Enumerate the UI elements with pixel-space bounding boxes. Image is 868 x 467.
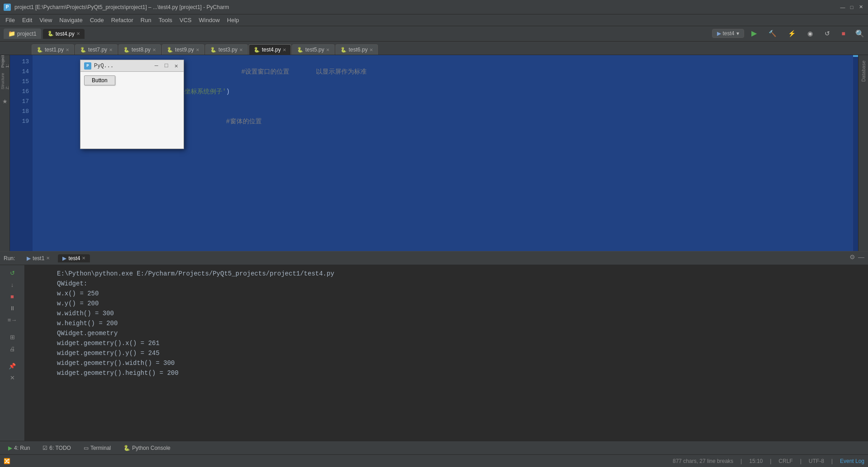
close-run-tab-icon[interactable]: ✕ bbox=[82, 256, 85, 261]
pyqt-titlebar[interactable]: P PyQ... — □ ✕ bbox=[80, 60, 184, 72]
line-ending[interactable]: CRLF bbox=[778, 458, 793, 464]
close-project-tab-icon[interactable]: ✕ bbox=[76, 31, 80, 36]
status-divider: | bbox=[770, 458, 771, 464]
close-file-tab-icon[interactable]: ✕ bbox=[66, 47, 69, 52]
window-controls: — □ ✕ bbox=[839, 4, 864, 11]
run-panel-controls: ↺ ↓ ■ ⏸ ≡→ ⊞ 🖨 📌 ✕ bbox=[0, 265, 25, 441]
file-tab-test4[interactable]: 🐍 test4.py ✕ bbox=[249, 44, 291, 55]
close-file-tab-icon[interactable]: ✕ bbox=[283, 47, 286, 52]
menu-help[interactable]: Help bbox=[223, 16, 243, 24]
line-number: 15 bbox=[10, 77, 33, 87]
stop-button[interactable]: ■ bbox=[837, 29, 850, 38]
file-tab-test1[interactable]: 🐍 test1.py ✕ bbox=[32, 44, 74, 55]
cursor-position: 15:10 bbox=[749, 458, 763, 464]
sidebar-structure-icon[interactable]: Z: Structure bbox=[0, 77, 9, 86]
run-panel-tab[interactable]: ▶ 4: Run bbox=[4, 444, 34, 452]
stop-process-button[interactable]: ■ bbox=[7, 291, 17, 301]
right-sidebar: Database bbox=[858, 55, 868, 251]
rerun-button[interactable]: ↺ bbox=[820, 29, 835, 38]
menu-refactor[interactable]: Refactor bbox=[108, 16, 137, 24]
file-tab-test8[interactable]: 🐍 test8.py ✕ bbox=[118, 44, 161, 55]
menu-view[interactable]: View bbox=[36, 16, 56, 24]
close-file-tab-icon[interactable]: ✕ bbox=[196, 47, 199, 52]
project-tab-test4[interactable]: 🐍 test4.py ✕ bbox=[43, 29, 85, 39]
close-file-tab-icon[interactable]: ✕ bbox=[369, 47, 373, 52]
output-line-4: w.y() = 200 bbox=[57, 299, 861, 308]
menu-edit[interactable]: Edit bbox=[19, 16, 36, 24]
error-indicator bbox=[853, 55, 858, 57]
run-tab-test1[interactable]: ▶ test1 ✕ bbox=[22, 254, 54, 262]
minimize-button[interactable]: — bbox=[839, 4, 846, 11]
line-numbers: 13 14 15 16 17 18 19 bbox=[10, 55, 33, 251]
editor-right-gutter bbox=[853, 55, 858, 251]
line-number: 17 bbox=[10, 97, 33, 107]
profile-button[interactable]: ⚡ bbox=[783, 29, 800, 38]
close-run-tab-icon[interactable]: ✕ bbox=[46, 256, 50, 261]
settings-icon[interactable]: ⚙ bbox=[849, 253, 855, 261]
close-file-tab-icon[interactable]: ✕ bbox=[326, 47, 330, 52]
minimize-panel-icon[interactable]: — bbox=[858, 253, 864, 261]
python-console-tab[interactable]: 🐍 Python Console bbox=[119, 444, 175, 452]
file-tabs: 🐍 test1.py ✕ 🐍 test7.py ✕ 🐍 test8.py ✕ 🐍… bbox=[0, 42, 868, 55]
file-tab-test5[interactable]: 🐍 test5.py ✕ bbox=[292, 44, 335, 55]
python-file-icon: 🐍 bbox=[297, 47, 303, 53]
output-line-6: w.height() = 200 bbox=[57, 318, 861, 328]
run-tab-test4[interactable]: ▶ test4 ✕ bbox=[58, 254, 90, 262]
menu-file[interactable]: File bbox=[2, 16, 19, 24]
maximize-button[interactable]: □ bbox=[848, 4, 855, 11]
file-tab-test7[interactable]: 🐍 test7.py ✕ bbox=[75, 44, 118, 55]
scroll-to-end-button[interactable]: ↓ bbox=[7, 280, 17, 290]
menu-vcs[interactable]: VCS bbox=[176, 16, 195, 24]
pyqt-close-button[interactable]: ✕ bbox=[173, 62, 180, 70]
code-content-area[interactable]: 13 14 15 16 17 18 19 widget.move(250, 20… bbox=[10, 55, 858, 251]
python-file-icon: 🐍 bbox=[254, 47, 260, 53]
file-tab-test6[interactable]: 🐍 test6.py ✕ bbox=[335, 44, 378, 55]
pause-button[interactable]: ⏸ bbox=[7, 303, 17, 313]
file-tab-test9[interactable]: 🐍 test9.py ✕ bbox=[162, 44, 204, 55]
git-icon: 🔀 bbox=[4, 458, 10, 464]
sidebar-project-icon[interactable]: 1: Project bbox=[0, 57, 9, 66]
run-config-dropdown[interactable]: ▶ test4 ▾ bbox=[712, 29, 744, 38]
coverage-button[interactable]: ◉ bbox=[803, 29, 817, 38]
python-console-icon: 🐍 bbox=[123, 445, 130, 451]
close-file-tab-icon[interactable]: ✕ bbox=[152, 47, 156, 52]
close-file-tab-icon[interactable]: ✕ bbox=[239, 47, 243, 52]
menu-window[interactable]: Window bbox=[195, 16, 223, 24]
rerun-button[interactable]: ↺ bbox=[7, 268, 17, 278]
search-everywhere-button[interactable]: 🔍 bbox=[855, 29, 864, 38]
event-log[interactable]: Event Log bbox=[840, 458, 864, 464]
run-config-chevron: ▾ bbox=[736, 30, 739, 37]
run-button[interactable]: ▶ bbox=[747, 28, 761, 38]
close-button[interactable]: ✕ bbox=[857, 4, 864, 11]
project-tab-label: project1 bbox=[17, 31, 37, 37]
run-tab-icon: ▶ bbox=[8, 445, 12, 451]
terminal-panel-tab[interactable]: ▭ Terminal bbox=[79, 444, 115, 452]
pyqt-button[interactable]: Button bbox=[84, 75, 115, 85]
pin-tab-button[interactable]: 📌 bbox=[7, 361, 17, 371]
pyqt-maximize-button[interactable]: □ bbox=[163, 62, 170, 70]
pyqt-window-icon: P bbox=[84, 62, 91, 70]
close-file-tab-icon[interactable]: ✕ bbox=[109, 47, 113, 52]
database-panel-tab[interactable]: Database bbox=[859, 57, 868, 85]
encoding[interactable]: UTF-8 bbox=[809, 458, 824, 464]
restore-layout-button[interactable]: ⊞ bbox=[7, 332, 17, 342]
sidebar-favorites-icon[interactable]: ★ bbox=[0, 97, 9, 106]
file-tab-test3[interactable]: 🐍 test3.py ✕ bbox=[205, 44, 248, 55]
pyqt-minimize-button[interactable]: — bbox=[153, 62, 160, 70]
menu-code[interactable]: Code bbox=[86, 16, 108, 24]
build-button[interactable]: 🔨 bbox=[764, 29, 781, 38]
line-number: 16 bbox=[10, 87, 33, 97]
menu-run[interactable]: Run bbox=[137, 16, 155, 24]
close-tab-button[interactable]: ✕ bbox=[7, 373, 17, 383]
todo-panel-tab[interactable]: ☑ 6: TODO bbox=[38, 444, 75, 452]
project-tab-project1[interactable]: 📁 project1 bbox=[4, 28, 41, 39]
dump-threads-button[interactable]: ≡→ bbox=[7, 315, 17, 325]
menu-navigate[interactable]: Navigate bbox=[56, 16, 86, 24]
app-icon: P bbox=[4, 4, 11, 11]
print-button[interactable]: 🖨 bbox=[7, 344, 17, 354]
line-number: 14 bbox=[10, 67, 33, 77]
file-tab-label: test7.py bbox=[88, 47, 107, 53]
todo-tab-icon: ☑ bbox=[42, 445, 47, 451]
menu-tools[interactable]: Tools bbox=[155, 16, 176, 24]
pyqt-floating-window[interactable]: P PyQ... — □ ✕ Button bbox=[80, 60, 184, 149]
